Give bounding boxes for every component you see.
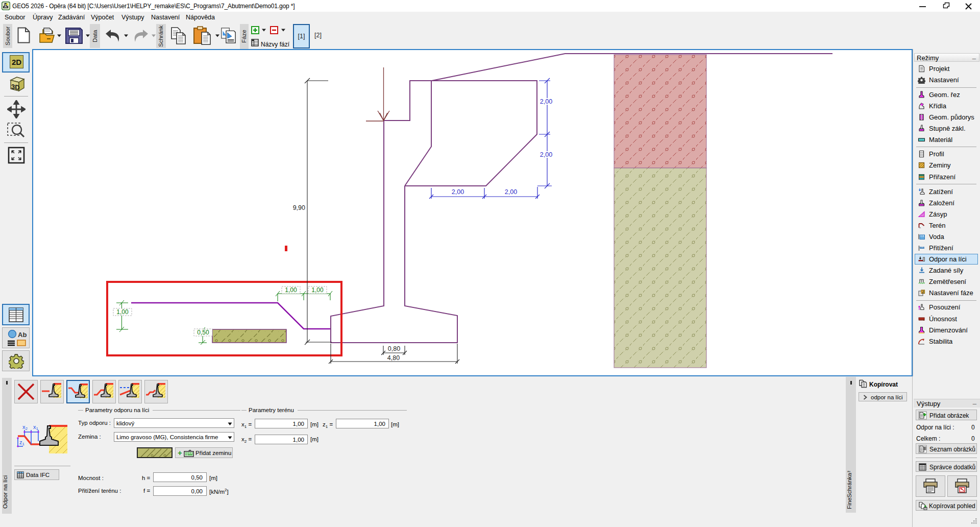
svg-text:2,00: 2,00 [452, 188, 464, 196]
svg-text:2,00: 2,00 [540, 151, 552, 158]
svg-text:2: 2 [922, 290, 924, 294]
svg-text:1,00: 1,00 [311, 286, 324, 294]
svg-text:x2: x2 [22, 424, 28, 431]
svg-text:3D: 3D [11, 83, 20, 91]
svg-text:9,90: 9,90 [293, 204, 305, 211]
svg-text:1,00: 1,00 [285, 286, 297, 294]
svg-text:4,80: 4,80 [387, 354, 400, 362]
svg-text:Ab: Ab [18, 331, 27, 339]
svg-text:2,00: 2,00 [540, 98, 552, 105]
svg-text:z1: z1 [19, 439, 25, 446]
svg-text:0,50: 0,50 [197, 329, 209, 336]
svg-text:x1: x1 [33, 424, 39, 431]
svg-text:2,00: 2,00 [505, 188, 517, 196]
svg-text:1,00: 1,00 [116, 308, 129, 316]
svg-text:0,80: 0,80 [388, 345, 400, 352]
